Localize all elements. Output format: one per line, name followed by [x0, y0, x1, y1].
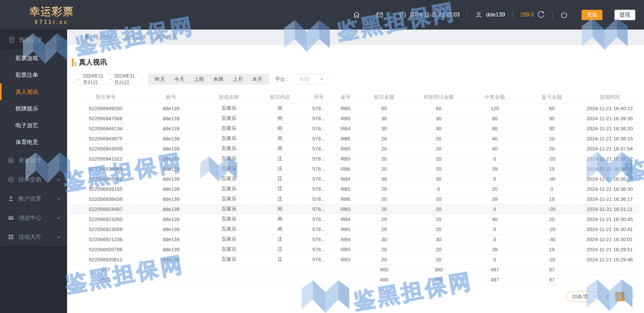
table-cell: 578...	[304, 126, 334, 131]
breadcrumb-separator: ›	[119, 35, 121, 40]
table-cell: RB5	[334, 156, 357, 162]
table-cell: 百家乐	[201, 105, 257, 111]
sidebar-item-label: 资金管理	[18, 156, 56, 164]
column-header: 投注内容	[257, 94, 304, 100]
home-icon[interactable]	[353, 11, 361, 19]
sidebar-item-lottery-games[interactable]: 彩票游戏	[0, 50, 67, 66]
table-cell: 97	[523, 267, 580, 272]
table-cell: 20	[357, 226, 411, 232]
platform-select[interactable]: 全部	[292, 74, 328, 85]
table-cell: RB5	[334, 146, 357, 151]
sidebar-item-live-video[interactable]: 真人视讯	[0, 83, 67, 100]
table-cell: 497	[466, 267, 523, 272]
mail-icon[interactable]	[376, 11, 384, 19]
table-cell: 40	[466, 216, 523, 222]
table-cell: 30	[357, 176, 411, 182]
table-cell: 522056944134	[70, 126, 141, 131]
sidebar-item-pending-orders[interactable]: 挂单交易	[0, 170, 67, 189]
breadcrumb-user-center[interactable]: 用户中心	[94, 34, 115, 41]
table-cell: 19	[523, 247, 580, 252]
table-cell: 百家乐	[201, 135, 257, 142]
current-datetime: 2024-11-21 21:22:03	[410, 12, 460, 18]
record-icon	[8, 36, 15, 43]
sidebar-item-sports-esports[interactable]: 体育电竞	[0, 134, 67, 150]
quick-range-yesterday[interactable]: 昨天	[150, 74, 170, 85]
table-cell: 百家乐	[201, 125, 257, 132]
table-cell: dde139	[141, 196, 201, 202]
next-page-button[interactable]	[630, 295, 634, 299]
quick-range-this-month[interactable]: 本月	[248, 74, 267, 85]
sidebar-item-betting-records[interactable]: 投注记录	[0, 30, 67, 50]
breadcrumb-betting-records[interactable]: 投注记录	[125, 34, 146, 41]
sidebar-item-lottery-orders[interactable]: 彩票注单	[0, 66, 67, 83]
title-bars-icon	[72, 58, 76, 66]
sidebar-item-board-games[interactable]: 棋牌娱乐	[0, 100, 67, 117]
date-range-input[interactable]: 2024年11月21日 - 2024年11月21日	[72, 74, 143, 85]
table-cell: 522056923058	[70, 226, 141, 232]
divider	[368, 11, 368, 18]
recharge-button[interactable]: 充值	[582, 10, 602, 20]
table-cell: 庄	[257, 186, 304, 192]
table-cell: 522056939155	[70, 186, 141, 192]
table-cell: 19	[523, 166, 580, 172]
date-end: 2024年11月21日	[114, 73, 139, 86]
page-size-select[interactable]: 20条/页	[566, 292, 600, 302]
prev-page-button[interactable]	[606, 295, 610, 299]
refresh-icon[interactable]	[537, 11, 545, 19]
table-cell: 闲	[257, 216, 304, 222]
table-cell: RB5	[334, 226, 357, 232]
sidebar-item-activity-hall[interactable]: 活动大厅	[0, 227, 67, 246]
table-cell: 百家乐	[201, 115, 257, 122]
sidebar-item-label: 账户设置	[18, 195, 56, 203]
table-cell: 0	[466, 257, 523, 262]
table-cell: 20	[357, 196, 411, 202]
table-cell: 百家乐	[201, 216, 257, 222]
table-cell: 20	[357, 257, 411, 262]
table-cell: 522056920612	[70, 257, 141, 262]
chevron-down-icon	[320, 78, 323, 80]
table-cell: 578...	[304, 156, 334, 162]
column-header: 账号	[141, 94, 201, 100]
table-cell: -20	[523, 206, 580, 212]
sidebar-item-message-center[interactable]: 消息中心	[0, 208, 67, 227]
table-cell: 闲	[257, 115, 304, 122]
table-row: 522056923260dde139百家乐闲578...RB4202040202…	[70, 214, 639, 224]
table-cell: 庄	[257, 166, 304, 172]
table-cell: 30	[411, 236, 466, 242]
table-cell: 百家乐	[201, 196, 257, 202]
table-row: 522056943039dde139百家乐闲578...RB5202040202…	[70, 144, 639, 154]
divider	[513, 11, 513, 18]
table-cell: 百家乐	[201, 176, 257, 182]
message-icon	[7, 214, 14, 221]
table-cell: RB3	[334, 257, 357, 262]
quick-range-this-week[interactable]: 本周	[209, 74, 228, 85]
table-cell: 20	[357, 216, 411, 222]
site-logo[interactable]: 幸运彩票 0711i.cc	[6, 5, 74, 25]
table-cell: 39	[466, 247, 523, 252]
table-cell: RB4	[334, 216, 357, 222]
page-size-value: 20条/页	[572, 294, 588, 300]
table-cell: 522056947566	[70, 116, 141, 121]
sidebar-item-electronic-games[interactable]: 电子游艺	[0, 117, 67, 134]
table-cell: 2024-11-21 16:30:01	[580, 236, 639, 242]
page-number-button[interactable]: 1	[615, 292, 625, 301]
withdraw-button[interactable]: 提现	[614, 10, 635, 20]
table-cell: 120	[466, 105, 523, 111]
power-icon[interactable]	[560, 11, 568, 19]
quick-range-last-month[interactable]: 上月	[228, 74, 248, 85]
table-cell: dde139	[141, 176, 201, 182]
table-cell: dde139	[141, 136, 201, 141]
table-cell: 2024-11-21 16:31:11	[580, 206, 639, 212]
table-cell: 百家乐	[201, 226, 257, 232]
breadcrumb: 用户中心 › 投注记录 › 真人视讯	[67, 30, 644, 45]
table-cell: 0	[411, 186, 466, 192]
sidebar-item-account-settings[interactable]: 账户设置	[0, 189, 67, 208]
table-cell: 百家乐	[201, 166, 257, 172]
clock-icon	[399, 11, 407, 19]
quick-range-today[interactable]: 今天	[170, 74, 189, 85]
table-row: 522056949200dde139百家乐闲578...RB5606012060…	[70, 103, 639, 114]
table-cell: 20	[411, 226, 466, 232]
quick-range-last-week[interactable]: 上周	[189, 74, 209, 85]
sidebar-item-funds-management[interactable]: 资金管理	[0, 150, 67, 170]
breadcrumb-separator: ›	[150, 35, 152, 40]
